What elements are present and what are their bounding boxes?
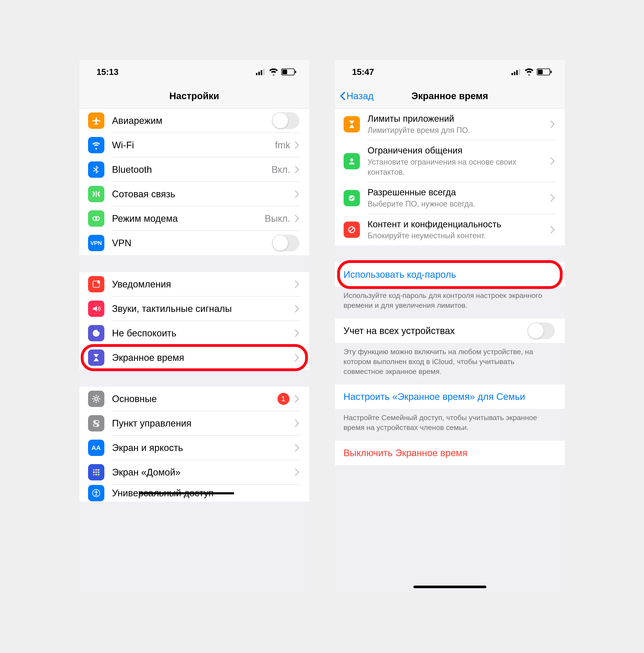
row-title: Разрешенные всегда — [367, 187, 550, 198]
notifications-icon — [88, 276, 104, 292]
svg-rect-3 — [263, 69, 265, 75]
svg-rect-0 — [256, 73, 258, 75]
chevron-right-icon — [295, 280, 299, 288]
screentime-options-group: Лимиты приложенийЛимитируйте время для П… — [335, 108, 565, 246]
svg-rect-44 — [349, 121, 354, 121]
row-use-passcode[interactable]: Использовать код-пароль — [335, 262, 565, 287]
svg-rect-28 — [98, 469, 99, 471]
row-bluetooth[interactable]: BluetoothВкл. — [79, 158, 309, 182]
row-display[interactable]: AAЭкран и яркость — [79, 436, 309, 460]
svg-point-10 — [97, 280, 100, 283]
airplane-icon — [88, 113, 104, 129]
cellular-signal-icon — [511, 69, 521, 75]
row-home-screen[interactable]: Экран «Домой» — [79, 460, 309, 484]
row-accessibility[interactable]: Универсальный доступ — [79, 484, 309, 502]
svg-rect-43 — [551, 71, 552, 73]
share-toggle[interactable] — [527, 322, 555, 339]
row-always-allowed[interactable]: Разрешенные всегдаВыберите ПО, нужное вс… — [335, 182, 565, 214]
row-family-setup[interactable]: Настроить «Экранное время» для Семьи — [335, 384, 565, 409]
row-label: Экранное время — [112, 352, 295, 363]
svg-point-36 — [96, 490, 97, 492]
svg-rect-33 — [95, 474, 97, 476]
contact-icon — [343, 153, 360, 169]
cellular-signal-icon — [256, 69, 266, 75]
back-button[interactable]: Назад — [339, 91, 374, 101]
home-screen-icon — [88, 464, 104, 480]
row-cellular[interactable]: Сотовая связь — [79, 182, 309, 206]
status-time: 15:47 — [352, 67, 374, 77]
passcode-link: Использовать код-пароль — [343, 269, 555, 280]
row-value: Вкл. — [272, 164, 290, 175]
dnd-icon — [88, 325, 104, 341]
airplane-toggle[interactable] — [272, 112, 299, 129]
row-vpn[interactable]: VPNVPN — [79, 231, 309, 255]
settings-group-general: Основные1 Пункт управления AAЭкран и ярк… — [79, 387, 309, 502]
row-control-center[interactable]: Пункт управления — [79, 411, 309, 436]
svg-point-8 — [96, 217, 99, 220]
svg-point-23 — [94, 421, 96, 423]
svg-line-19 — [98, 401, 99, 402]
chevron-right-icon — [295, 395, 299, 403]
svg-point-13 — [95, 397, 98, 400]
settings-screen: 15:13 Настройки Авиарежим Wi-Fifmk Bluet… — [79, 60, 309, 592]
row-label: Не беспокоить — [112, 328, 295, 339]
chevron-right-icon — [550, 120, 555, 128]
check-shield-icon — [343, 190, 360, 206]
row-subtitle: Установите ограничения на основе своих к… — [367, 157, 550, 177]
chevron-right-icon — [295, 214, 299, 223]
row-share-across-devices[interactable]: Учет на всех устройствах — [335, 319, 565, 343]
row-general[interactable]: Основные1 — [79, 387, 309, 411]
row-dnd[interactable]: Не беспокоить — [79, 321, 309, 345]
row-airplane[interactable]: Авиарежим — [79, 108, 309, 133]
wifi-icon — [269, 69, 278, 75]
status-time: 15:13 — [97, 67, 119, 77]
svg-rect-12 — [94, 360, 99, 361]
svg-rect-38 — [514, 72, 516, 75]
chevron-right-icon — [295, 419, 299, 428]
notification-badge: 1 — [278, 393, 289, 405]
row-label: Основные — [112, 393, 278, 404]
svg-line-20 — [98, 396, 99, 397]
row-label: Bluetooth — [112, 164, 272, 175]
screentime-screen: 15:47 Назад Экранное время Лимиты прилож… — [335, 60, 565, 592]
family-link: Настроить «Экранное время» для Семьи — [343, 391, 555, 402]
vpn-toggle[interactable] — [272, 235, 299, 251]
row-app-limits[interactable]: Лимиты приложенийЛимитируйте время для П… — [335, 108, 565, 140]
svg-line-49 — [350, 227, 354, 232]
row-turn-off-screentime[interactable]: Выключить Экранное время — [335, 441, 565, 465]
status-bar: 15:13 — [79, 60, 309, 84]
chevron-right-icon — [295, 141, 299, 149]
nav-header: Настройки — [79, 84, 309, 108]
row-subtitle: Блокируйте неуместный контент. — [367, 231, 550, 241]
chevron-right-icon — [295, 444, 299, 452]
row-wifi[interactable]: Wi-Fifmk — [79, 133, 309, 158]
svg-rect-39 — [516, 70, 518, 75]
row-title: Ограничения общения — [367, 145, 550, 156]
family-footer: Настройте Семейный доступ, чтобы учитыва… — [335, 409, 565, 433]
svg-point-46 — [350, 159, 353, 162]
row-communication-limits[interactable]: Ограничения общенияУстановите ограничени… — [335, 140, 565, 182]
chevron-right-icon — [295, 305, 299, 313]
svg-rect-37 — [511, 73, 513, 75]
row-content-privacy[interactable]: Контент и конфиденциальностьБлокируйте н… — [335, 214, 565, 246]
row-title: Контент и конфиденциальность — [367, 219, 550, 230]
svg-rect-29 — [93, 471, 95, 473]
row-notifications[interactable]: Уведомления — [79, 272, 309, 296]
svg-point-25 — [97, 425, 98, 426]
svg-rect-30 — [95, 471, 97, 473]
row-screentime[interactable]: Экранное время — [79, 345, 309, 370]
svg-line-18 — [93, 396, 94, 397]
gear-icon — [88, 391, 104, 407]
svg-rect-27 — [95, 469, 97, 471]
row-hotspot[interactable]: Режим модемаВыкл. — [79, 206, 309, 231]
row-sounds[interactable]: Звуки, тактильные сигналы — [79, 296, 309, 321]
row-title: Лимиты приложений — [367, 113, 550, 124]
row-label: Звуки, тактильные сигналы — [112, 303, 295, 314]
home-indicator[interactable] — [413, 586, 486, 588]
nav-header: Назад Экранное время — [335, 84, 565, 108]
control-center-icon — [88, 415, 104, 432]
chevron-left-icon — [339, 91, 346, 101]
row-subtitle: Лимитируйте время для ПО. — [367, 125, 550, 136]
redaction-strike — [140, 492, 234, 494]
wifi-icon — [524, 69, 534, 75]
